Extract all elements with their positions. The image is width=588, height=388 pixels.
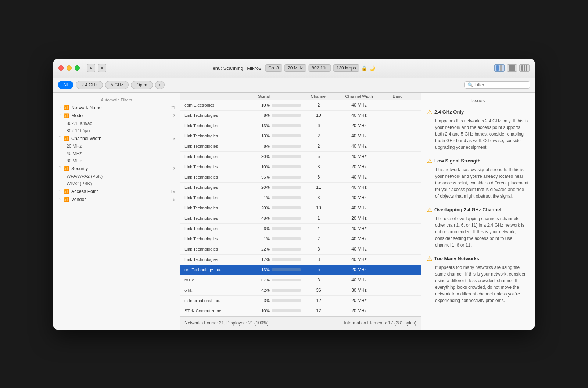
issue-header: ⚠ 2.4 GHz Only	[427, 108, 529, 115]
signal-pct: 20%	[258, 185, 270, 190]
signal-pct: 10%	[258, 309, 270, 313]
table-row[interactable]: Link Technologies 13% 2 40 MHz	[180, 131, 421, 141]
signal-bar-bg	[272, 227, 301, 230]
issue-item: ⚠ Too Many Networks It appears too many …	[427, 255, 529, 304]
sidebar-child-40mhz[interactable]: 40 MHz	[53, 150, 180, 157]
maximize-button[interactable]	[75, 65, 80, 71]
vendor-cell: Link Technologies	[184, 247, 258, 251]
signal-cell: 56%	[258, 175, 302, 179]
channel-cell: 4	[302, 226, 335, 231]
col-band: Band	[383, 94, 412, 98]
svg-rect-2	[509, 65, 515, 67]
filter-2g-button[interactable]: 2.4 GHz	[76, 81, 103, 89]
width-cell: 40 MHz	[335, 205, 383, 211]
stop-button[interactable]: ■	[98, 64, 106, 72]
speed-status: 130 Mbps	[333, 64, 359, 72]
view-buttons	[494, 64, 530, 72]
signal-bar-bg	[272, 134, 301, 137]
sidebar-item-mode[interactable]: › 📶 Mode 2	[53, 112, 180, 120]
sidebar-child-wpa2[interactable]: WPA2 (PSK)	[53, 180, 180, 187]
status-right: Information Elements: 17 (281 bytes)	[344, 320, 416, 326]
table-row[interactable]: Link Technologies 8% 10 40 MHz	[180, 111, 421, 121]
table-row[interactable]: STeK Computer Inc. 10% 12 20 MHz	[180, 306, 421, 316]
channel-cell: 2	[302, 133, 335, 139]
channel-cell: 2	[302, 103, 335, 108]
signal-bar-bg	[272, 196, 301, 199]
table-row[interactable]: in International Inc. 3% 12 20 MHz	[180, 296, 421, 306]
signal-cell: 3%	[258, 298, 302, 303]
width-cell: 20 MHz	[335, 123, 383, 128]
network-area: Signal Channel Channel Width Band com El…	[180, 93, 421, 330]
sidebar-item-network-name[interactable]: › 📶 Network Name 21	[53, 104, 180, 112]
table-row[interactable]: Link Technologies 30% 6 40 MHz	[180, 152, 421, 162]
issues-title: Issues	[427, 98, 529, 103]
view-columns-button[interactable]	[519, 64, 530, 72]
table-row[interactable]: Link Technologies 56% 6 40 MHz	[180, 172, 421, 183]
signal-cell: 8%	[258, 113, 302, 118]
width-cell: 40 MHz	[335, 103, 383, 108]
table-row[interactable]: Link Technologies 22% 8 40 MHz	[180, 244, 421, 255]
lock-icon: 🔒	[361, 65, 367, 71]
signal-pct: 22%	[258, 247, 270, 251]
table-row[interactable]: Link Technologies 8% 2 40 MHz	[180, 141, 421, 152]
view-split-button[interactable]	[494, 64, 505, 72]
channel-cell: 6	[302, 154, 335, 159]
issue-title: 2.4 GHz Only	[434, 109, 464, 115]
channel-cell: 2	[302, 144, 335, 149]
table-row[interactable]: roTik 67% 8 40 MHz	[180, 275, 421, 285]
traffic-lights	[58, 65, 80, 71]
sidebar-item-access-point[interactable]: › 📶 Access Point 19	[53, 187, 180, 195]
sidebar-child-80211b[interactable]: 802.11b/g/n	[53, 127, 180, 134]
filter-all-button[interactable]: All	[58, 81, 74, 89]
more-filters-button[interactable]: ›	[155, 81, 165, 89]
vendor-cell: ore Technology Inc.	[184, 267, 258, 272]
play-button[interactable]: ▶	[87, 64, 95, 72]
table-row[interactable]: Link Technologies 13% 6 20 MHz	[180, 121, 421, 131]
width-cell: 40 MHz	[335, 113, 383, 118]
signal-bar-bg	[272, 145, 301, 148]
access-point-label: Access Point	[71, 189, 98, 194]
signal-cell: 17%	[258, 257, 302, 262]
chevron-right-icon: ›	[58, 105, 62, 110]
minimize-button[interactable]	[67, 65, 72, 71]
table-row[interactable]: oTik 42% 36 80 MHz	[180, 285, 421, 296]
filter-open-button[interactable]: Open	[131, 81, 153, 89]
table-row[interactable]: ore Technology Inc. 13% 5 20 MHz	[180, 265, 421, 275]
sidebar-child-80mhz[interactable]: 80 MHz	[53, 157, 180, 165]
signal-bar-bg	[272, 217, 301, 220]
signal-pct: 3%	[258, 298, 270, 303]
titlebar: ▶ ■ en0: Scanning | Mikro2 Ch. 8 20 MHz …	[53, 59, 535, 78]
sidebar-child-20mhz[interactable]: 20 MHz	[53, 143, 180, 150]
table-row[interactable]: Link Technologies 17% 3 40 MHz	[180, 255, 421, 265]
table-row[interactable]: Link Technologies 6% 4 40 MHz	[180, 224, 421, 234]
sidebar-item-vendor[interactable]: › 📶 Vendor 6	[53, 195, 180, 204]
table-row[interactable]: Link Technologies 20% 10 40 MHz	[180, 203, 421, 213]
sidebar-item-security[interactable]: › 📶 Security 2	[53, 165, 180, 173]
svg-rect-7	[526, 65, 527, 71]
issue-header: ⚠ Low Signal Strength	[427, 157, 529, 164]
search-input[interactable]	[474, 82, 527, 87]
channel-cell: 3	[302, 257, 335, 262]
filter-5g-button[interactable]: 5 GHz	[105, 81, 129, 89]
close-button[interactable]	[58, 65, 64, 71]
sidebar-item-channel-width[interactable]: › 📶 Channel Width 3	[53, 134, 180, 143]
signal-bar-bg	[272, 289, 301, 292]
signal-cell: 6%	[258, 226, 302, 231]
table-row[interactable]: Link Technologies 48% 1 20 MHz	[180, 213, 421, 224]
table-row[interactable]: Link Technologies 1% 3 40 MHz	[180, 193, 421, 203]
signal-bar-bg	[272, 248, 301, 251]
signal-cell: 13%	[258, 123, 302, 128]
wifi-icon-width: 📶	[64, 136, 69, 141]
table-row[interactable]: Link Technologies 1% 2 40 MHz	[180, 234, 421, 244]
table-row[interactable]: com Electronics 10% 2 40 MHz	[180, 100, 421, 111]
signal-bar-bg	[272, 124, 301, 127]
width-cell: 40 MHz	[335, 257, 383, 262]
view-list-button[interactable]	[507, 64, 517, 72]
table-row[interactable]: Link Technologies 20% 11 40 MHz	[180, 183, 421, 193]
issue-body: The use of overlapping channels (channel…	[427, 215, 529, 248]
titlebar-controls: ▶ ■	[87, 64, 106, 72]
sidebar-child-80211a[interactable]: 802.11a/n/ac	[53, 120, 180, 127]
width-cell: 20 MHz	[335, 308, 383, 313]
sidebar-child-wpa-wpa2[interactable]: WPA/WPA2 (PSK)	[53, 173, 180, 180]
table-row[interactable]: Link Technologies 10% 3 20 MHz	[180, 162, 421, 172]
